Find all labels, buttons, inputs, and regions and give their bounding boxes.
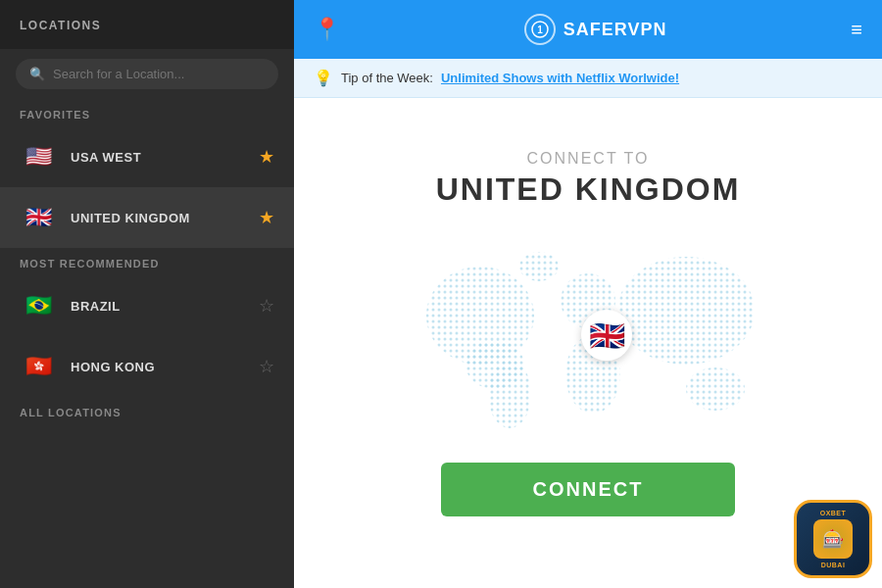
list-item[interactable]: 🇺🇸 USA WEST ★ [0, 126, 294, 187]
ad-text-top: OXBET [820, 510, 847, 516]
brand-logo: 1 SAFERVPN [524, 14, 667, 45]
svg-point-8 [617, 257, 755, 365]
star-icon-hong-kong[interactable]: ☆ [259, 356, 274, 377]
hamburger-menu-icon[interactable]: ≡ [851, 19, 862, 41]
section-label-favorites: FAVORITES [0, 99, 294, 126]
search-icon: 🔍 [29, 67, 45, 81]
tip-prefix: Tip of the Week: [341, 71, 433, 85]
section-label-recommended: MOST RECOMMENDED [0, 248, 294, 275]
location-name-uk: UNITED KINGDOM [71, 211, 245, 225]
sidebar: LOCATIONS 🔍 FAVORITES 🇺🇸 USA WEST ★ 🇬🇧 U… [0, 0, 294, 588]
ad-icon: 🎰 [813, 519, 853, 559]
flag-uk: 🇬🇧 [20, 199, 57, 236]
svg-point-9 [686, 368, 745, 411]
list-item[interactable]: 🇧🇷 BRAZIL ☆ [0, 275, 294, 336]
tip-link[interactable]: Unlimited Shows with Netflix Worlwide! [441, 71, 679, 85]
list-item[interactable]: 🇬🇧 UNITED KINGDOM ★ [0, 187, 294, 248]
connect-button[interactable]: CONNECT [441, 463, 735, 516]
star-icon-usa-west[interactable]: ★ [259, 146, 274, 168]
location-name-usa-west: USA WEST [71, 150, 245, 165]
search-input[interactable] [53, 67, 265, 81]
flag-brazil: 🇧🇷 [20, 287, 57, 324]
star-icon-brazil[interactable]: ☆ [259, 295, 274, 317]
ad-text-bottom: DUBAI [821, 562, 846, 568]
sidebar-header: LOCATIONS [0, 0, 294, 49]
location-name-brazil: BRAZIL [71, 299, 245, 314]
connect-country: UNITED KINGDOM [436, 172, 741, 208]
list-item[interactable]: 🇭🇰 HONG KONG ☆ [0, 336, 294, 397]
country-flag-overlay: 🇬🇧 [581, 310, 632, 361]
location-name-hong-kong: HONG KONG [71, 360, 245, 374]
svg-text:1: 1 [537, 24, 543, 35]
connect-to-label: CONNECT TO [527, 150, 650, 168]
brand-name: SAFERVPN [564, 20, 667, 40]
main-panel: 📍 1 SAFERVPN ≡ 💡 Tip of the Week: Unlimi… [294, 0, 882, 588]
lightbulb-icon: 💡 [314, 69, 333, 87]
ad-overlay[interactable]: OXBET 🎰 DUBAI [794, 500, 872, 578]
search-bar[interactable]: 🔍 [16, 59, 278, 89]
star-icon-uk[interactable]: ★ [259, 207, 274, 228]
top-nav: 📍 1 SAFERVPN ≡ [294, 0, 882, 59]
shield-lock-icon: 1 [531, 21, 549, 38]
location-pin-icon: 📍 [314, 17, 340, 42]
flag-hong-kong: 🇭🇰 [20, 348, 57, 385]
section-label-all: ALL LOCATIONS [0, 397, 294, 424]
flag-usa-west: 🇺🇸 [20, 138, 57, 175]
sidebar-title: LOCATIONS [20, 19, 101, 32]
svg-point-5 [488, 360, 531, 428]
tip-bar: 💡 Tip of the Week: Unlimited Shows with … [294, 59, 882, 98]
world-map: 🇬🇧 [402, 237, 774, 433]
svg-point-10 [519, 252, 559, 281]
brand-icon: 1 [524, 14, 556, 45]
